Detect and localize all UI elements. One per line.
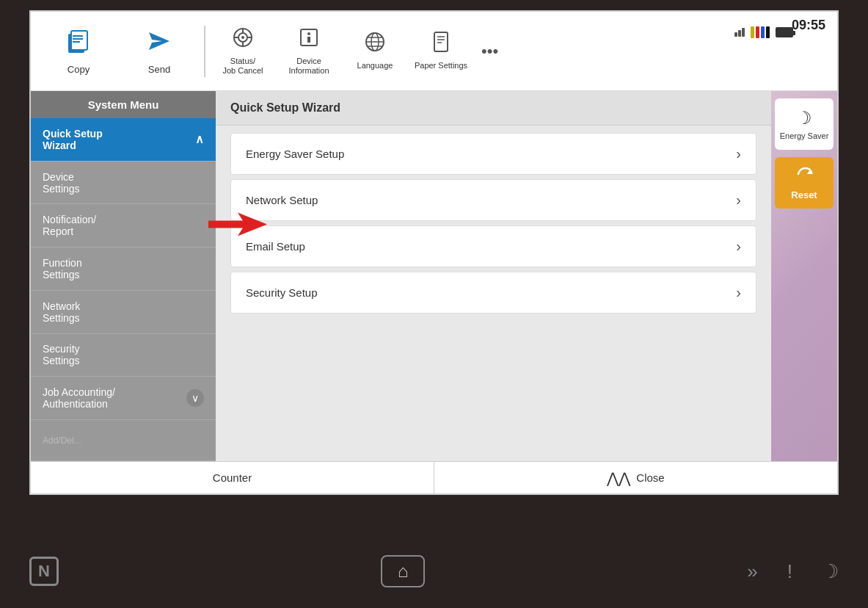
send-label: Send bbox=[148, 64, 170, 75]
sidebar-item-network-settings[interactable]: NetworkSettings bbox=[31, 291, 216, 334]
right-panel: ☽ Energy Saver Reset bbox=[771, 91, 837, 461]
content-item-email[interactable]: Email Setup › bbox=[230, 225, 756, 267]
counter-button[interactable]: Counter bbox=[31, 462, 434, 493]
copy-icon bbox=[65, 28, 92, 59]
content-item-network[interactable]: Network Setup › bbox=[230, 179, 756, 221]
content-list: Energy Saver Setup › Network Setup › Ema… bbox=[216, 126, 771, 321]
svg-point-14 bbox=[307, 32, 310, 35]
nav-divider bbox=[204, 26, 205, 77]
sidebar-device-settings-label: DeviceSettings bbox=[43, 171, 204, 195]
home-icon: ⌂ bbox=[398, 561, 409, 582]
close-label: Close bbox=[636, 471, 664, 484]
energy-saver-chevron: › bbox=[736, 145, 741, 162]
copy-label: Copy bbox=[68, 64, 90, 75]
language-icon bbox=[364, 31, 386, 58]
close-chevron-icon: ⋀⋀ bbox=[607, 469, 630, 487]
device-info-icon bbox=[298, 26, 320, 54]
screen: 09:55 Copy bbox=[29, 10, 839, 495]
security-label: Security Setup bbox=[246, 286, 318, 299]
status-icon bbox=[232, 26, 254, 54]
sidebar-item-partial[interactable]: Add/Del... bbox=[31, 420, 216, 461]
sleep-button[interactable]: ☽ bbox=[822, 560, 839, 583]
svg-rect-2 bbox=[73, 35, 83, 37]
sidebar-job-accounting-arrow: ∨ bbox=[186, 389, 204, 407]
sidebar-item-security-settings[interactable]: SecuritySettings bbox=[31, 334, 216, 377]
content-panel: Quick Setup Wizard Energy Saver Setup › … bbox=[216, 91, 771, 461]
close-button[interactable]: ⋀⋀ Close bbox=[434, 462, 837, 493]
energy-saver-label: Energy Saver Setup bbox=[246, 148, 344, 160]
alert-button[interactable]: ! bbox=[787, 560, 792, 583]
forward-button[interactable]: » bbox=[747, 560, 757, 583]
svg-marker-5 bbox=[149, 32, 169, 50]
status-label: Status/Job Cancel bbox=[222, 57, 263, 76]
sidebar-quick-setup-arrow: ∧ bbox=[195, 132, 204, 146]
sidebar-function-settings-label: FunctionSettings bbox=[43, 257, 204, 281]
energy-saver-btn-label: Energy Saver bbox=[780, 131, 829, 140]
svg-rect-4 bbox=[73, 41, 80, 43]
device-info-label: DeviceInformation bbox=[288, 57, 329, 76]
nav-item-send[interactable]: Send bbox=[119, 12, 200, 90]
svg-rect-1 bbox=[71, 31, 87, 50]
top-nav: Copy Send bbox=[38, 12, 506, 90]
more-button[interactable]: ••• bbox=[474, 42, 506, 61]
energy-saver-button[interactable]: ☽ Energy Saver bbox=[775, 98, 834, 150]
top-bar: 09:55 Copy bbox=[31, 12, 837, 91]
sidebar-security-settings-label: SecuritySettings bbox=[43, 343, 204, 366]
counter-label: Counter bbox=[213, 471, 252, 484]
nav-item-device-info[interactable]: DeviceInformation bbox=[276, 12, 342, 90]
nfc-icon: N bbox=[38, 562, 50, 581]
sidebar-quick-setup-label: Quick SetupWizard bbox=[43, 128, 195, 151]
sidebar-network-settings-label: NetworkSettings bbox=[43, 300, 204, 324]
security-chevron: › bbox=[736, 284, 741, 301]
nav-item-status[interactable]: Status/Job Cancel bbox=[210, 12, 276, 90]
sidebar: System Menu Quick SetupWizard ∧ DeviceSe… bbox=[31, 91, 216, 461]
time-display: 09:55 bbox=[792, 18, 825, 33]
reset-btn-label: Reset bbox=[791, 189, 817, 200]
nfc-button[interactable]: N bbox=[29, 557, 59, 586]
nav-item-paper-settings[interactable]: Paper Settings bbox=[408, 12, 474, 90]
main-content: System Menu Quick SetupWizard ∧ DeviceSe… bbox=[31, 91, 837, 461]
language-label: Language bbox=[357, 61, 393, 70]
sidebar-item-job-accounting[interactable]: Job Accounting/Authentication ∨ bbox=[31, 377, 216, 420]
svg-rect-21 bbox=[434, 32, 448, 51]
sidebar-item-function-settings[interactable]: FunctionSettings bbox=[31, 247, 216, 291]
nav-item-copy[interactable]: Copy bbox=[38, 12, 119, 90]
physical-bar: N ⌂ » ! ☽ bbox=[0, 535, 868, 608]
content-item-security[interactable]: Security Setup › bbox=[230, 272, 756, 314]
sidebar-partial-label: Add/Del... bbox=[43, 435, 81, 446]
content-header: Quick Setup Wizard bbox=[216, 91, 771, 126]
nav-item-language[interactable]: Language bbox=[342, 12, 408, 90]
sidebar-item-device-settings[interactable]: DeviceSettings bbox=[31, 162, 216, 205]
send-icon bbox=[146, 28, 172, 59]
content-item-energy-saver[interactable]: Energy Saver Setup › bbox=[230, 133, 756, 175]
bottom-bar: Counter ⋀⋀ Close bbox=[31, 461, 837, 493]
moon-icon: ☽ bbox=[796, 108, 812, 129]
battery-icon bbox=[776, 27, 793, 37]
paper-settings-icon bbox=[430, 31, 452, 58]
home-button[interactable]: ⌂ bbox=[381, 555, 425, 587]
status-bar bbox=[734, 26, 793, 38]
svg-point-8 bbox=[241, 36, 244, 39]
svg-rect-3 bbox=[73, 38, 83, 40]
svg-rect-15 bbox=[307, 37, 310, 43]
sidebar-title: System Menu bbox=[31, 91, 216, 118]
sidebar-item-quick-setup[interactable]: Quick SetupWizard ∧ bbox=[31, 118, 216, 162]
paper-settings-label: Paper Settings bbox=[415, 61, 467, 70]
sidebar-notification-label: Notification/Report bbox=[43, 214, 204, 237]
email-label: Email Setup bbox=[246, 240, 305, 253]
network-label: Network Setup bbox=[246, 194, 318, 206]
sidebar-job-accounting-label: Job Accounting/Authentication bbox=[43, 386, 186, 410]
email-chevron: › bbox=[736, 238, 741, 255]
sidebar-item-notification[interactable]: Notification/Report bbox=[31, 204, 216, 247]
reset-icon bbox=[795, 165, 813, 187]
network-chevron: › bbox=[736, 192, 741, 209]
reset-button[interactable]: Reset bbox=[775, 157, 834, 209]
